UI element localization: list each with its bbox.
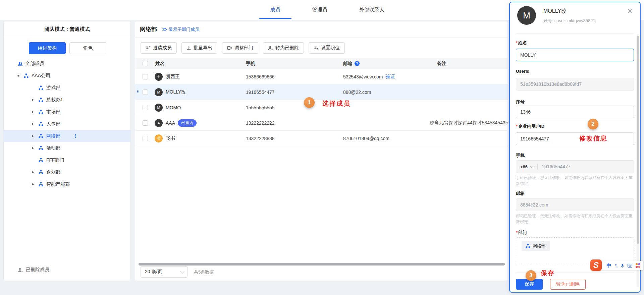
sidebar-item-ceo-office[interactable]: 总裁办1 xyxy=(4,94,130,106)
caret-right-icon[interactable] xyxy=(32,171,39,174)
avatar: M xyxy=(155,88,163,96)
member-phone: 13222222222 xyxy=(246,115,340,130)
microphone-icon[interactable] xyxy=(621,263,624,268)
set-position-button[interactable]: 设置职位 xyxy=(309,42,345,54)
ime-toolbar[interactable]: 中 °, xyxy=(600,261,643,270)
verify-link[interactable]: 验证 xyxy=(386,74,395,80)
org-structure-button[interactable]: 组织架构 xyxy=(29,42,66,54)
table-row[interactable]: 书 飞书 13322228888 8706101804@qq.com xyxy=(135,131,507,146)
email-helper-text: 邮箱已验证，您无法修改。如需修改请联系成员在个人设置页面重新绑定。 xyxy=(516,213,635,225)
show-sub-department-link[interactable]: 显示子部门成员 xyxy=(162,26,199,33)
tree-item-label: 全部成员 xyxy=(25,61,44,67)
ime-tools-grid-icon[interactable] xyxy=(636,263,640,268)
member-phone: 13322228888 xyxy=(246,131,340,146)
country-code-select[interactable]: +86 xyxy=(520,164,533,169)
tab-members[interactable]: 成员 xyxy=(270,0,280,20)
text-cursor xyxy=(536,52,536,58)
email-field: 888@22.com xyxy=(516,198,634,211)
annotation-step-2: 2 xyxy=(588,119,598,129)
row-checkbox[interactable] xyxy=(143,105,148,110)
member-email: 8706101804@qq.com xyxy=(343,131,427,146)
deleted-members-item[interactable]: 已删除成员 xyxy=(18,267,49,273)
tab-bar: 成员 管理员 外部联系人 xyxy=(270,0,384,20)
avatar: 书 xyxy=(155,134,163,142)
drag-handle-icon[interactable] xyxy=(137,90,140,95)
adjust-department-button[interactable]: 调整部门 xyxy=(222,42,258,54)
member-list-panel: 网络部 显示子部门成员 邀请成员 批量导出 调整部门 转为已删除 xyxy=(135,21,508,281)
annotation-step-3: 3 xyxy=(526,270,536,281)
row-checkbox[interactable] xyxy=(143,74,148,79)
tree-item-label: FFF部门 xyxy=(46,157,64,163)
select-all-checkbox[interactable] xyxy=(143,61,148,66)
header-name: 姓名 xyxy=(155,58,165,69)
member-edit-panel: ✕ M MOLLY改 账号：user_mktqww85821 *姓名 MOLLY… xyxy=(509,2,641,293)
caret-right-icon[interactable] xyxy=(32,111,39,113)
active-tab-underline xyxy=(259,18,291,19)
keyboard-icon[interactable] xyxy=(628,264,632,268)
avatar: M xyxy=(155,104,163,112)
row-checkbox[interactable] xyxy=(143,120,148,126)
batch-export-button[interactable]: 批量导出 xyxy=(181,42,217,54)
sidebar-item-aaa-company[interactable]: AAA公司 xyxy=(4,70,130,82)
caret-down-icon[interactable] xyxy=(17,75,24,77)
table-row[interactable]: A AAA 已邀请 13222222222 绕弯儿翁探讨探讨44探讨534534… xyxy=(135,115,507,131)
page-size-select[interactable]: 20 条/页 xyxy=(141,266,187,278)
invite-member-button[interactable]: 邀请成员 xyxy=(141,42,177,54)
move-to-deleted-button[interactable]: 转为已删除 xyxy=(550,279,586,290)
panel-divider xyxy=(516,34,634,34)
ime-chinese-mode-icon[interactable]: 中 xyxy=(606,262,611,269)
email-field-label: 邮箱 xyxy=(516,190,525,196)
caret-right-icon[interactable] xyxy=(32,147,39,150)
invited-badge: 已邀请 xyxy=(178,119,197,127)
panel-avatar: M xyxy=(517,6,536,25)
row-checkbox[interactable] xyxy=(143,90,148,95)
corp-uid-field[interactable]: 19166554477 xyxy=(516,132,634,145)
tree-item-label: 人事部 xyxy=(46,121,60,127)
tab-admins[interactable]: 管理员 xyxy=(312,0,327,20)
seq-field[interactable]: 1346 xyxy=(516,106,634,118)
department-title: 网络部 xyxy=(140,25,157,33)
person-add-icon xyxy=(146,46,151,50)
sidebar-item-network-dept[interactable]: 网络部 ⋮ xyxy=(4,130,130,142)
tree-item-label: 企划部 xyxy=(46,169,60,175)
table-row[interactable]: M MOMO 15555555555 xyxy=(135,100,507,115)
sidebar-item-fff-dept[interactable]: FFF部门 xyxy=(4,154,130,166)
sidebar-item-game-dept[interactable]: 游戏部 xyxy=(4,82,130,94)
horizontal-scrollbar[interactable] xyxy=(139,263,505,266)
ime-punctuation-icon[interactable]: °, xyxy=(615,263,617,268)
caret-right-icon[interactable] xyxy=(32,99,39,101)
department-tag[interactable]: 网络部 xyxy=(522,241,550,251)
sidebar-item-activity-dept[interactable]: 活动部 xyxy=(4,142,130,154)
panel-scrollbar-thumb[interactable] xyxy=(637,36,639,244)
table-row[interactable]: 王 凯西王 15366669666 532543@wew.com 验证 xyxy=(135,69,507,84)
sidebar-item-smart-capacity-dept[interactable]: 智能产能部 xyxy=(4,178,130,190)
close-icon[interactable]: ✕ xyxy=(627,8,633,14)
help-icon[interactable]: ? xyxy=(355,61,360,66)
move-to-deleted-button[interactable]: 转为已删除 xyxy=(263,42,304,54)
caret-right-icon[interactable] xyxy=(32,135,39,137)
sidebar-item-market-dept[interactable]: 市场部 xyxy=(4,106,130,118)
tree-item-label: 网络部 xyxy=(46,133,60,139)
tab-external-contacts[interactable]: 外部联系人 xyxy=(359,0,384,20)
row-checkbox[interactable] xyxy=(143,136,148,141)
department-picker[interactable]: 网络部 xyxy=(516,237,634,264)
member-name: MOLLY改 xyxy=(166,89,186,95)
move-department-icon xyxy=(227,46,232,50)
sidebar-divider xyxy=(4,37,130,37)
name-field[interactable]: MOLLY xyxy=(516,49,634,61)
sidebar-item-all-members[interactable]: 全部成员 xyxy=(4,58,130,70)
person-remove-icon xyxy=(268,46,273,50)
page: 成员 管理员 外部联系人 团队模式：普通模式 组织架构 角色 全部成员 xyxy=(0,0,644,295)
org-icon xyxy=(39,110,44,115)
sidebar-item-hr-dept[interactable]: 人事部 xyxy=(4,118,130,130)
phone-value: 19166554477 xyxy=(542,164,571,169)
userid-field-label: UserId xyxy=(516,69,529,74)
sidebar-item-planning-dept[interactable]: 企划部 xyxy=(4,166,130,178)
role-button[interactable]: 角色 xyxy=(69,42,106,54)
caret-right-icon[interactable] xyxy=(32,183,39,186)
caret-right-icon[interactable] xyxy=(32,123,39,125)
kebab-menu-icon[interactable]: ⋮ xyxy=(73,133,78,139)
department-tree: 全部成员 AAA公司 游戏部 总裁办1 xyxy=(4,58,130,190)
table-row[interactable]: M MOLLY改 19166554477 888@22.com xyxy=(135,84,507,100)
member-email: 532543@wew.com 验证 xyxy=(343,69,427,84)
